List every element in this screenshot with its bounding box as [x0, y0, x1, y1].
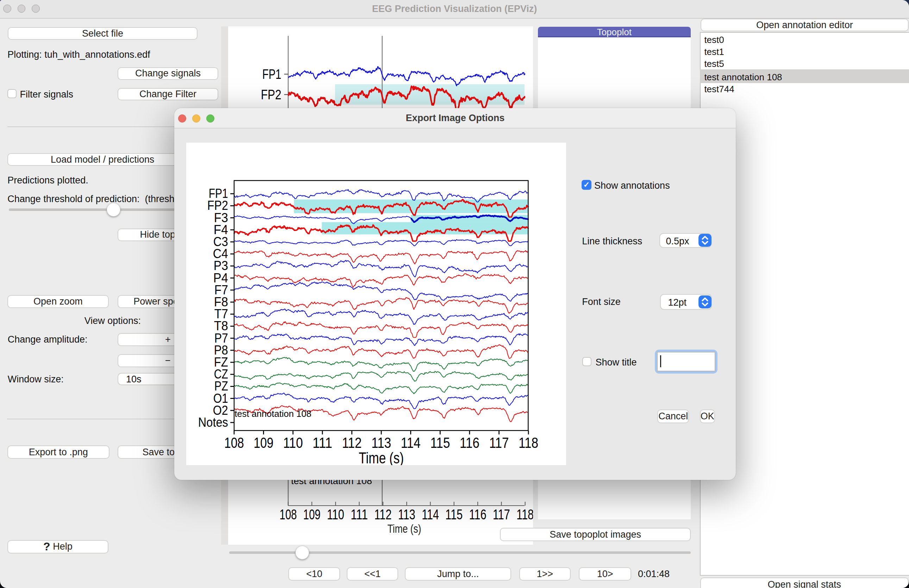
- svg-text:FP2: FP2: [261, 87, 281, 102]
- svg-text:117: 117: [493, 507, 510, 522]
- svg-text:113: 113: [371, 434, 391, 451]
- svg-text:111: 111: [313, 434, 333, 451]
- svg-text:113: 113: [398, 507, 415, 522]
- svg-text:110: 110: [327, 507, 344, 522]
- svg-text:112: 112: [374, 507, 391, 522]
- svg-text:118: 118: [517, 507, 533, 522]
- svg-text:110: 110: [283, 434, 303, 451]
- svg-text:Time (s): Time (s): [387, 522, 421, 536]
- svg-text:test annotation 108: test annotation 108: [235, 409, 312, 419]
- svg-text:108: 108: [279, 507, 297, 522]
- svg-text:114: 114: [401, 434, 421, 451]
- svg-text:116: 116: [469, 507, 486, 522]
- svg-text:116: 116: [460, 434, 480, 451]
- svg-text:109: 109: [303, 507, 320, 522]
- svg-text:115: 115: [446, 507, 463, 522]
- svg-text:112: 112: [342, 434, 362, 451]
- svg-text:118: 118: [518, 434, 538, 451]
- svg-text:Notes: Notes: [198, 415, 228, 430]
- svg-text:Time (s): Time (s): [359, 449, 404, 465]
- svg-text:117: 117: [489, 434, 509, 451]
- svg-text:FP1: FP1: [262, 67, 281, 82]
- svg-text:109: 109: [254, 434, 274, 451]
- svg-text:111: 111: [350, 507, 368, 522]
- svg-text:115: 115: [430, 434, 450, 451]
- svg-text:108: 108: [224, 434, 244, 451]
- svg-text:114: 114: [422, 507, 439, 522]
